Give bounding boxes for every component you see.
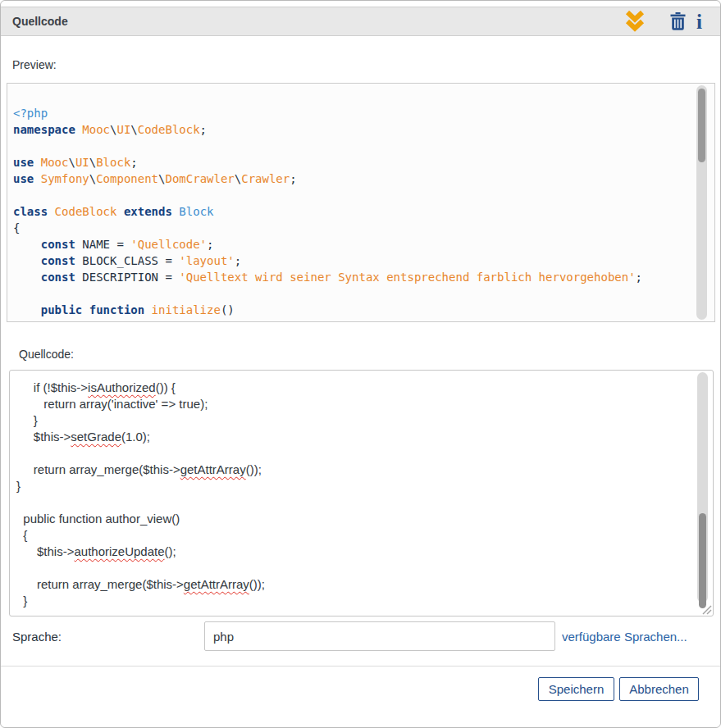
preview-label: Preview: [12,58,57,71]
double-chevron-down-icon [625,11,645,32]
dialog-title: Quellcode [12,7,68,35]
quellcode-textarea-content: if (!$this->isAuthorized()) { return arr… [10,371,696,609]
header-icon-group: i [625,7,702,35]
code-preview-pane: <?phpnamespace Mooc\UI\CodeBlock; use Mo… [7,83,715,322]
quellcode-label: Quellcode: [19,348,74,361]
preview-code: <?phpnamespace Mooc\UI\CodeBlock; use Mo… [7,84,714,322]
preview-scrollbar-thumb[interactable] [698,89,705,162]
collapse-double-chevron-icon[interactable] [625,11,645,32]
delete-trash-icon[interactable] [670,12,686,30]
available-languages-link[interactable]: verfügbare Sprachen... [562,630,687,644]
sprache-input[interactable] [204,621,555,651]
editor-scrollbar[interactable] [697,372,708,603]
save-button[interactable]: Speichern [538,677,614,701]
preview-scrollbar[interactable] [696,85,707,320]
trash-icon [670,12,686,30]
sprache-label: Sprache: [12,630,62,644]
quellcode-block-dialog: Quellcode i [0,0,721,728]
dialog-header: Quellcode i [1,7,720,36]
cancel-button[interactable]: Abbrechen [619,677,699,701]
quellcode-textarea[interactable]: if (!$this->isAuthorized()) { return arr… [9,370,714,617]
info-icon[interactable]: i [696,11,702,32]
footer-divider [1,666,720,667]
editor-scrollbar-thumb[interactable] [699,513,706,608]
resize-grip-icon[interactable] [700,603,712,615]
